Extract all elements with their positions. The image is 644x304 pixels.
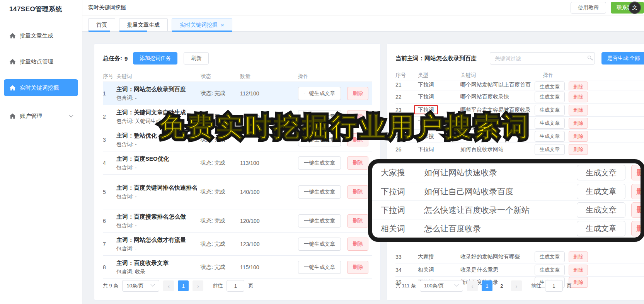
page-number-1[interactable]: 1 bbox=[178, 280, 189, 291]
sidebar-item-article-batch[interactable]: 批量文章生成 bbox=[4, 27, 78, 44]
table-row[interactable]: 26 下拉词 如何百度收录网站 生成文章 删除 bbox=[395, 143, 644, 156]
generate-article-button[interactable]: 生成文章 bbox=[535, 118, 565, 129]
zoom-callout-box: 大家搜 如何让网站快速收录 生成文章 删除 下拉词 如何让自己网站收录百度 生成… bbox=[368, 159, 644, 242]
translate-icon[interactable]: 文 bbox=[629, 2, 641, 14]
sidebar-item-site-batch[interactable]: 批量站点管理 bbox=[4, 53, 78, 70]
delete-button-clipped[interactable]: 删除 bbox=[631, 184, 644, 199]
row-no: 2 bbox=[103, 114, 116, 120]
generate-article-button[interactable]: 生成文章 bbox=[535, 92, 565, 102]
table-row[interactable]: 1 主词：网站怎么收录到百度 包含词: - 状态: 完成 112/100 一键生… bbox=[103, 82, 372, 105]
add-task-button[interactable]: 添加挖词任务 bbox=[133, 52, 177, 65]
generate-article-button[interactable]: 生成文章 bbox=[535, 265, 565, 275]
callout-row[interactable]: 大家搜 如何让网站快速收录 生成文章 删除 bbox=[372, 163, 641, 182]
table-row[interactable]: 6 主词：百度搜索排名怎么做 包含词: - 状态: 完成 120/100 一键生… bbox=[103, 209, 372, 232]
row-no: 33 bbox=[395, 254, 418, 260]
generate-article-button[interactable]: 生成文章 bbox=[535, 82, 565, 90]
delete-button[interactable]: 删除 bbox=[569, 118, 588, 129]
tab-label: 首页 bbox=[96, 22, 107, 29]
page-number-1[interactable]: 1 bbox=[482, 280, 492, 291]
table-row[interactable]: 22 下拉词 哪个网站百度收录快 生成文章 删除 bbox=[395, 90, 644, 103]
row-type: 下拉词 bbox=[418, 93, 460, 100]
goto-label: 前往 bbox=[531, 282, 541, 289]
col-keyword: 关键词 bbox=[116, 73, 201, 80]
row-count: 123/100 bbox=[240, 241, 298, 247]
table-row[interactable]: 34 相关词 收录是什么意思 生成文章 删除 bbox=[395, 263, 644, 276]
delete-label: 删除 bbox=[636, 205, 644, 215]
callout-row[interactable]: 相关词 怎么让百度收录 生成文章 删除 bbox=[372, 219, 641, 238]
delete-button[interactable]: 删除 bbox=[347, 156, 368, 170]
row-type: 下拉词 bbox=[381, 205, 424, 216]
next-page-button[interactable]: › bbox=[193, 280, 203, 291]
chevron-down-icon bbox=[454, 282, 458, 286]
prev-page-button[interactable]: ‹ bbox=[163, 280, 174, 291]
prev-page-button[interactable]: ‹ bbox=[467, 280, 478, 291]
tab-realtime-keywords[interactable]: 实时关键词挖掘 × bbox=[172, 18, 232, 31]
delete-button[interactable]: 删除 bbox=[569, 251, 588, 262]
row-no: 5 bbox=[103, 189, 116, 195]
row-status: 状态: 完成 bbox=[201, 241, 240, 248]
sidebar-item-account[interactable]: 账户管理 bbox=[4, 107, 78, 124]
tab-article-batch[interactable]: 批量文章生成 bbox=[119, 18, 168, 31]
generate-article-button[interactable]: 生成文章 bbox=[535, 131, 565, 142]
generate-article-button[interactable]: 生成文章 bbox=[577, 221, 625, 236]
table-row[interactable]: 7 主词：网站怎么做才有流量 包含词: - 状态: 完成 123/100 一键生… bbox=[103, 232, 372, 255]
home-icon bbox=[9, 113, 16, 119]
refresh-button[interactable]: 刷新 bbox=[184, 52, 209, 65]
delete-button-clipped[interactable]: 删除 bbox=[631, 221, 644, 236]
delete-button[interactable]: 删除 bbox=[569, 265, 588, 275]
delete-button[interactable]: 删除 bbox=[347, 185, 368, 199]
delete-button[interactable]: 删除 bbox=[569, 131, 588, 142]
generate-article-button[interactable]: 一键生成文章 bbox=[298, 185, 341, 199]
delete-button[interactable]: 删除 bbox=[347, 87, 368, 100]
sidebar-item-label: 批量站点管理 bbox=[20, 58, 53, 65]
row-type: 相关词 bbox=[381, 223, 424, 234]
delete-label: 删除 bbox=[636, 186, 644, 197]
goto-page-input[interactable] bbox=[227, 280, 244, 292]
generate-article-button[interactable]: 生成文章 bbox=[535, 144, 565, 155]
table-row[interactable]: 4 主词：百度SEO优化 包含词: - 状态: 完成 113/100 一键生成文… bbox=[103, 151, 372, 174]
delete-button[interactable]: 删除 bbox=[569, 144, 588, 155]
callout-row[interactable]: 下拉词 怎么快速让百度收录一个新站 生成文章 删除 bbox=[372, 200, 641, 219]
row-main-keyword: 主词：百度SEO优化 bbox=[116, 151, 201, 163]
close-icon[interactable]: × bbox=[221, 22, 224, 28]
goto-page-input[interactable] bbox=[545, 280, 563, 292]
delete-button[interactable]: 删除 bbox=[347, 261, 368, 274]
tab-underline bbox=[89, 31, 110, 32]
delete-button[interactable]: 删除 bbox=[347, 214, 368, 228]
page-number-2[interactable]: 2 bbox=[496, 280, 507, 291]
table-row[interactable]: 21 下拉词 哪个网站发帖可以上百度首页 生成文章 删除 bbox=[395, 80, 644, 90]
generate-article-button[interactable]: 一键生成文章 bbox=[298, 261, 341, 274]
generate-article-button[interactable]: 一键生成文章 bbox=[298, 238, 341, 251]
generate-article-button[interactable]: 生成文章 bbox=[577, 165, 625, 180]
app-logo: 147SEO管理系统 bbox=[0, 0, 82, 14]
delete-button-clipped[interactable]: 删除 bbox=[631, 202, 644, 218]
generate-article-button[interactable]: 生成文章 bbox=[535, 105, 565, 115]
next-page-button[interactable]: › bbox=[511, 280, 522, 291]
page-size-select[interactable]: 10条/页 bbox=[122, 280, 159, 292]
table-row[interactable]: 33 大家搜 收录好的发帖网站有哪些 生成文章 删除 bbox=[395, 250, 644, 263]
generate-article-button[interactable]: 生成文章 bbox=[577, 184, 625, 199]
table-row[interactable]: 8 主词：百度收录文章 包含词: 收录 状态: 完成 115/100 一键生成文… bbox=[103, 255, 372, 279]
keyword-filter-input[interactable] bbox=[490, 52, 595, 65]
generate-article-button[interactable]: 生成文章 bbox=[577, 202, 625, 218]
sidebar-item-realtime-keywords[interactable]: 实时关键词挖掘 bbox=[4, 79, 78, 96]
row-keyword: 如何让网站快速收录 bbox=[424, 167, 577, 178]
callout-row[interactable]: 下拉词 如何让自己网站收录百度 生成文章 删除 bbox=[372, 182, 641, 200]
row-main-keyword: 主词：百度搜索排名怎么做 bbox=[116, 209, 201, 221]
table-row[interactable]: 5 主词：百度关键词排名快速排名 包含词: - 状态: 完成 140/100 一… bbox=[103, 174, 372, 209]
generate-article-button[interactable]: 一键生成文章 bbox=[298, 87, 341, 100]
delete-button[interactable]: 删除 bbox=[569, 105, 588, 115]
delete-button[interactable]: 删除 bbox=[569, 92, 588, 102]
page-size-select[interactable]: 100条/页 bbox=[420, 280, 463, 292]
delete-button[interactable]: 删除 bbox=[569, 82, 588, 90]
generate-article-button[interactable]: 生成文章 bbox=[535, 251, 565, 262]
generate-article-button[interactable]: 一键生成文章 bbox=[298, 156, 341, 170]
delete-button[interactable]: 删除 bbox=[347, 238, 368, 251]
tab-home[interactable]: 首页 bbox=[88, 18, 115, 31]
row-count: 120/100 bbox=[240, 218, 298, 224]
generate-article-button[interactable]: 一键生成文章 bbox=[298, 214, 341, 228]
help-button[interactable]: 使用教程 bbox=[571, 2, 606, 14]
generate-all-button[interactable]: 是否生成:全部 bbox=[601, 52, 644, 65]
row-no: 34 bbox=[395, 267, 418, 273]
delete-button-clipped[interactable]: 删除 bbox=[631, 165, 644, 180]
